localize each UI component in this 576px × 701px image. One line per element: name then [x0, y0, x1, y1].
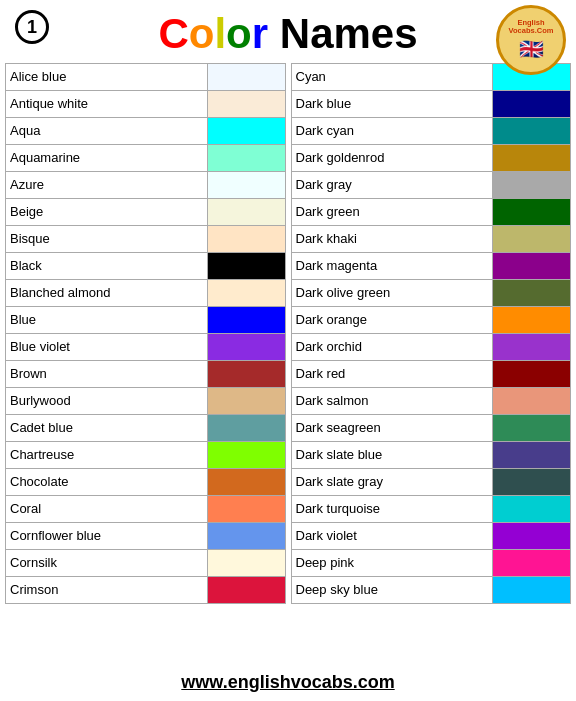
color-name-cell: Cornsilk: [6, 550, 208, 577]
table-row: Crimson: [6, 577, 286, 604]
color-name-cell: Dark seagreen: [291, 415, 493, 442]
color-swatch-cell: [493, 172, 571, 199]
title-c: C: [158, 10, 188, 57]
header: 1 Color Names EnglishVocabs.Com 🇬🇧: [0, 0, 576, 63]
color-name-cell: Blue: [6, 307, 208, 334]
table-row: Cadet blue: [6, 415, 286, 442]
table-row: Black: [6, 253, 286, 280]
color-name-cell: Beige: [6, 199, 208, 226]
color-name-cell: Dark slate blue: [291, 442, 493, 469]
color-swatch-cell: [493, 469, 571, 496]
color-name-cell: Aquamarine: [6, 145, 208, 172]
color-swatch-cell: [493, 388, 571, 415]
color-swatch-cell: [207, 253, 285, 280]
table-row: Burlywood: [6, 388, 286, 415]
table-row: Beige: [6, 199, 286, 226]
title-l: l: [214, 10, 226, 57]
table-row: Cornsilk: [6, 550, 286, 577]
table-row: Dark seagreen: [291, 415, 571, 442]
table-row: Dark olive green: [291, 280, 571, 307]
color-swatch-cell: [493, 118, 571, 145]
table-row: Dark slate blue: [291, 442, 571, 469]
color-swatch-cell: [207, 226, 285, 253]
color-swatch-cell: [493, 91, 571, 118]
table-row: Aqua: [6, 118, 286, 145]
tables-container: Alice blueAntique whiteAquaAquamarineAzu…: [0, 63, 576, 604]
color-name-cell: Dark magenta: [291, 253, 493, 280]
color-name-cell: Cornflower blue: [6, 523, 208, 550]
color-swatch-cell: [493, 280, 571, 307]
color-swatch-cell: [207, 91, 285, 118]
color-name-cell: Dark slate gray: [291, 469, 493, 496]
color-swatch-cell: [207, 145, 285, 172]
color-name-cell: Deep sky blue: [291, 577, 493, 604]
table-row: Dark turquoise: [291, 496, 571, 523]
color-name-cell: Dark turquoise: [291, 496, 493, 523]
table-row: Chartreuse: [6, 442, 286, 469]
color-swatch-cell: [493, 199, 571, 226]
color-swatch-cell: [493, 415, 571, 442]
logo-flag: 🇬🇧: [519, 37, 544, 61]
table-row: Aquamarine: [6, 145, 286, 172]
table-row: Dark orchid: [291, 334, 571, 361]
table-row: Dark goldenrod: [291, 145, 571, 172]
color-name-cell: Dark gray: [291, 172, 493, 199]
color-name-cell: Cyan: [291, 64, 493, 91]
color-name-cell: Bisque: [6, 226, 208, 253]
page-title: Color Names: [158, 10, 417, 58]
table-row: Deep pink: [291, 550, 571, 577]
table-row: Coral: [6, 496, 286, 523]
color-name-cell: Dark goldenrod: [291, 145, 493, 172]
color-name-cell: Antique white: [6, 91, 208, 118]
color-swatch-cell: [493, 496, 571, 523]
color-name-cell: Dark violet: [291, 523, 493, 550]
color-name-cell: Azure: [6, 172, 208, 199]
color-swatch-cell: [207, 280, 285, 307]
color-name-cell: Deep pink: [291, 550, 493, 577]
logo-text: EnglishVocabs.Com: [509, 19, 554, 36]
title-o2: o: [226, 10, 252, 57]
table-row: Bisque: [6, 226, 286, 253]
color-name-cell: Cadet blue: [6, 415, 208, 442]
number-badge: 1: [15, 10, 49, 44]
color-swatch-cell: [207, 496, 285, 523]
color-name-cell: Dark salmon: [291, 388, 493, 415]
color-swatch-cell: [207, 415, 285, 442]
color-name-cell: Dark olive green: [291, 280, 493, 307]
logo: EnglishVocabs.Com 🇬🇧: [496, 5, 566, 75]
color-name-cell: Blue violet: [6, 334, 208, 361]
table-row: Dark green: [291, 199, 571, 226]
color-name-cell: Dark cyan: [291, 118, 493, 145]
color-swatch-cell: [207, 199, 285, 226]
table-row: Dark blue: [291, 91, 571, 118]
color-swatch-cell: [493, 145, 571, 172]
left-color-table: Alice blueAntique whiteAquaAquamarineAzu…: [5, 63, 286, 604]
footer-url: www.englishvocabs.com: [0, 672, 576, 693]
color-swatch-cell: [207, 307, 285, 334]
color-swatch-cell: [207, 361, 285, 388]
color-swatch-cell: [207, 550, 285, 577]
color-swatch-cell: [493, 226, 571, 253]
color-name-cell: Dark orange: [291, 307, 493, 334]
color-name-cell: Coral: [6, 496, 208, 523]
color-swatch-cell: [493, 442, 571, 469]
table-row: Dark magenta: [291, 253, 571, 280]
table-row: Dark salmon: [291, 388, 571, 415]
color-swatch-cell: [493, 361, 571, 388]
title-names: Names: [268, 10, 417, 57]
color-name-cell: Alice blue: [6, 64, 208, 91]
table-row: Chocolate: [6, 469, 286, 496]
color-swatch-cell: [207, 388, 285, 415]
table-row: Dark khaki: [291, 226, 571, 253]
table-row: Dark orange: [291, 307, 571, 334]
color-name-cell: Chocolate: [6, 469, 208, 496]
title-r: r: [252, 10, 268, 57]
color-swatch-cell: [207, 172, 285, 199]
right-color-table: CyanDark blueDark cyanDark goldenrodDark…: [291, 63, 572, 604]
color-swatch-cell: [493, 253, 571, 280]
color-name-cell: Dark blue: [291, 91, 493, 118]
color-name-cell: Chartreuse: [6, 442, 208, 469]
table-row: Blue: [6, 307, 286, 334]
table-row: Dark gray: [291, 172, 571, 199]
table-row: Dark cyan: [291, 118, 571, 145]
